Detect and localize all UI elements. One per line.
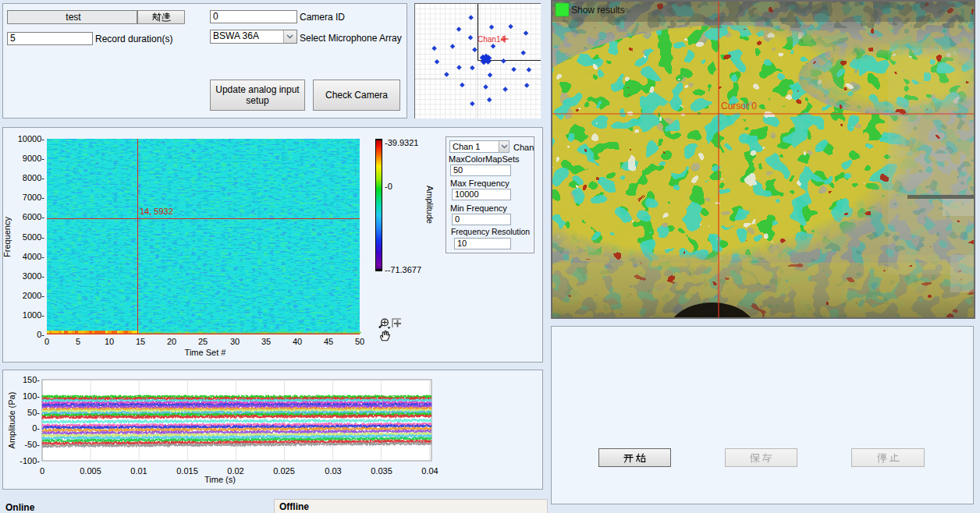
svg-text:0.03: 0.03 xyxy=(325,466,341,476)
svg-text:-100-: -100- xyxy=(20,456,40,465)
svg-text:5000-: 5000- xyxy=(23,232,44,242)
svg-text:0.015: 0.015 xyxy=(176,466,198,476)
svg-text:0.025: 0.025 xyxy=(273,466,295,476)
svg-text:0: 0 xyxy=(44,337,49,346)
svg-text:1000-: 1000- xyxy=(23,310,44,320)
svg-text:-39.9321: -39.9321 xyxy=(385,138,418,147)
svg-text:50-: 50- xyxy=(27,408,40,417)
svg-text:Chan14: Chan14 xyxy=(478,35,505,44)
svg-text:30: 30 xyxy=(230,337,240,346)
svg-text:-50-: -50- xyxy=(24,440,40,449)
svg-text:45: 45 xyxy=(324,337,333,346)
svg-text:10000-: 10000- xyxy=(18,134,45,143)
svg-text:3000-: 3000- xyxy=(23,271,44,281)
svg-text:40: 40 xyxy=(293,337,302,346)
svg-text:7000-: 7000- xyxy=(23,193,44,202)
svg-text:5: 5 xyxy=(76,337,80,346)
svg-text:6000-: 6000- xyxy=(23,212,44,221)
svg-text:-0: -0 xyxy=(385,182,392,191)
svg-text:20: 20 xyxy=(167,337,176,346)
svg-text:0.04: 0.04 xyxy=(421,466,438,476)
svg-text:8000-: 8000- xyxy=(23,173,44,182)
svg-text:0.01: 0.01 xyxy=(130,466,147,476)
svg-text:14, 5932: 14, 5932 xyxy=(140,207,173,216)
svg-text:0-: 0- xyxy=(37,330,44,339)
svg-text:9000-: 9000- xyxy=(23,154,44,163)
svg-text:4000-: 4000- xyxy=(23,252,44,261)
svg-text:50: 50 xyxy=(355,337,364,346)
svg-text:Time (s): Time (s) xyxy=(204,475,236,484)
svg-text:150-: 150- xyxy=(23,375,40,384)
svg-text:100-: 100- xyxy=(23,391,40,401)
svg-text:25: 25 xyxy=(198,337,208,346)
svg-text:Cursor 0: Cursor 0 xyxy=(721,101,757,111)
svg-text:Time Set #: Time Set # xyxy=(185,348,227,357)
svg-text:0.005: 0.005 xyxy=(80,466,101,476)
svg-text:10: 10 xyxy=(105,337,114,346)
svg-text:2000-: 2000- xyxy=(23,291,44,300)
svg-text:--71.3677: --71.3677 xyxy=(385,265,421,274)
svg-text:15: 15 xyxy=(136,337,145,346)
svg-text:0.035: 0.035 xyxy=(371,466,392,476)
svg-text:35: 35 xyxy=(261,337,271,346)
svg-text:0-: 0- xyxy=(32,423,40,433)
svg-text:Show results: Show results xyxy=(571,5,625,16)
svg-text:Frequency: Frequency xyxy=(3,217,12,257)
svg-text:Amplitude (Pa): Amplitude (Pa) xyxy=(7,392,16,449)
svg-text:0: 0 xyxy=(40,466,44,476)
